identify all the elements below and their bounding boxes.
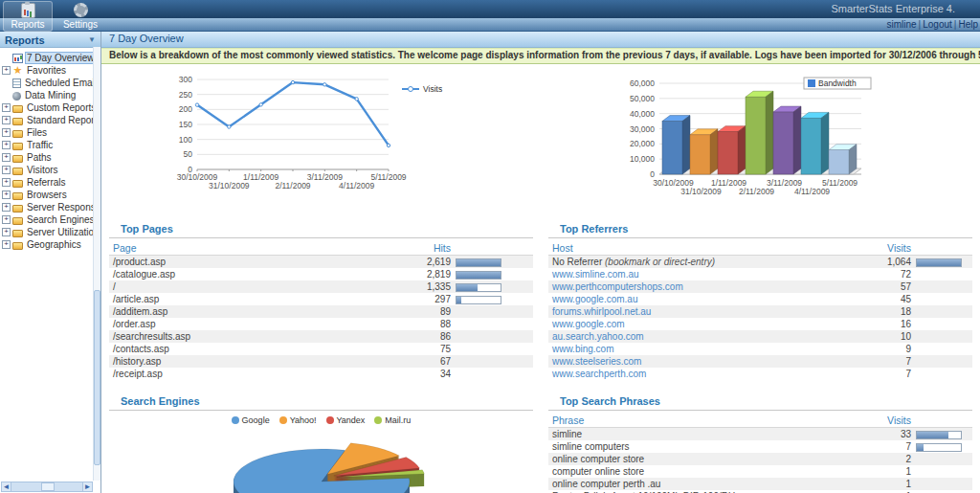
expand-plus-icon[interactable]: +: [2, 240, 11, 249]
panel-title: Search Engines: [109, 393, 533, 411]
svg-text:4/11/2009: 4/11/2009: [794, 187, 830, 196]
panel-title: Top Referrers: [548, 221, 972, 238]
sidebar-item-browsers[interactable]: +Browsers: [2, 189, 100, 201]
username: simline: [886, 19, 916, 30]
folder-icon: [12, 180, 23, 188]
tab-settings[interactable]: Settings: [56, 1, 105, 32]
table-row-link[interactable]: www.simline.com.au: [548, 269, 844, 280]
logout-link[interactable]: Logout: [923, 19, 952, 30]
main-content: 7 Day Overview Below is a breakdown of t…: [101, 32, 980, 493]
sidebar-item-custom-reports[interactable]: +Custom Reports: [2, 101, 100, 114]
sidebar-item-geographics[interactable]: +Geographics: [2, 238, 100, 251]
scrollbar-track[interactable]: [11, 482, 82, 492]
sidebar-item-label: 7 Day Overview: [26, 53, 96, 63]
top-referrers-panel: Top Referrers Host Visits No Referrer (b…: [541, 221, 980, 380]
legend-dot: [374, 416, 382, 424]
sidebar-item-label: Server Utilization: [26, 227, 100, 237]
sidebar-item-label: Data Mining: [24, 90, 77, 101]
sidebar-item-referrals[interactable]: +Referrals: [2, 176, 100, 189]
expand-plus-icon[interactable]: +: [2, 215, 11, 224]
expand-plus-icon[interactable]: +: [2, 166, 11, 174]
sidebar-item-7-day-overview[interactable]: 7 Day Overview: [2, 52, 100, 64]
expand-plus-icon[interactable]: +: [2, 203, 11, 212]
sidebar-vertical-scrollbar[interactable]: [93, 47, 100, 481]
sidebar-item-label: Visitors: [26, 165, 59, 175]
column-header: Visits: [844, 415, 911, 426]
scroll-left-arrow[interactable]: ◄: [1, 482, 11, 492]
table-row-link[interactable]: www.perthcomputershops.com: [548, 281, 844, 292]
folder-icon: [12, 230, 23, 237]
link-separator: |: [919, 19, 922, 30]
svg-text:5/11/2009: 5/11/2009: [370, 172, 406, 182]
table-row: simline computers7: [548, 440, 972, 453]
expand-plus-icon[interactable]: +: [2, 153, 11, 162]
help-link[interactable]: Help: [958, 19, 978, 30]
visits-chart-panel: 05010015020025030030/10/200931/10/20091/…: [101, 72, 541, 215]
tab-reports[interactable]: Reports: [3, 1, 53, 32]
sidebar-item-server-responses[interactable]: +Server Responses: [2, 201, 100, 213]
scroll-right-arrow[interactable]: ►: [82, 482, 93, 492]
sidebar-item-data-mining[interactable]: Data Mining: [2, 89, 100, 101]
table-row: /history.asp67: [109, 355, 533, 368]
expand-plus-icon[interactable]: +: [2, 66, 11, 75]
table-row-value: 75: [384, 344, 451, 354]
table-row-link[interactable]: forums.whirlpool.net.au: [548, 306, 844, 317]
expand-plus-icon[interactable]: +: [2, 228, 11, 236]
table-row-link[interactable]: www.google.com.au: [548, 294, 844, 304]
panel-title: Top Search Phrases: [548, 393, 972, 411]
gear-icon: [74, 3, 88, 17]
table-row-value: 45: [844, 294, 911, 304]
gauge-slot: [451, 294, 506, 304]
bandwidth-chart-panel: 010,00020,00030,00040,00050,00060,00030/…: [541, 72, 980, 215]
expand-plus-icon[interactable]: +: [2, 116, 11, 124]
gauge-slot: [451, 257, 506, 267]
table-row-link[interactable]: www.steelseries.com: [548, 356, 844, 367]
table-row-label: computer online store: [548, 466, 844, 477]
table-row-link[interactable]: www.google.com: [548, 319, 844, 329]
expand-plus-icon[interactable]: +: [2, 190, 11, 199]
folder-icon: [12, 192, 23, 200]
table-row-link[interactable]: www.searchperth.com: [548, 369, 844, 379]
expand-plus-icon[interactable]: +: [2, 103, 11, 112]
sidebar-item-standard-reports[interactable]: +Standard Reports: [2, 114, 100, 126]
sidebar-item-server-utilization[interactable]: +Server Utilization: [2, 226, 100, 238]
table-row: /searchresults.asp86: [109, 330, 533, 343]
svg-text:2/11/2009: 2/11/2009: [739, 187, 774, 196]
table-row-value: 2,819: [384, 269, 451, 280]
sidebar-horizontal-scrollbar[interactable]: ◄ ►: [1, 482, 93, 492]
table-row-label: online computer perth .au: [548, 479, 844, 489]
expand-plus-icon[interactable]: +: [2, 128, 11, 137]
table-row-value: 2,619: [384, 257, 451, 267]
sidebar-item-traffic[interactable]: +Traffic: [2, 139, 100, 151]
sidebar-item-label: Favorites: [26, 65, 67, 76]
expand-plus-icon[interactable]: +: [2, 141, 11, 149]
sidebar-header[interactable]: Reports ▼: [0, 32, 100, 48]
chevron-down-icon[interactable]: ▼: [88, 35, 96, 44]
expand-plus-icon[interactable]: +: [2, 178, 11, 187]
svg-text:40,000: 40,000: [630, 109, 655, 119]
table-row-label: simline: [548, 429, 844, 439]
table-row: www.simline.com.au72: [548, 268, 972, 280]
scrollbar-thumb[interactable]: [94, 290, 100, 465]
table-row-link[interactable]: www.bing.com: [548, 344, 844, 354]
table-row-link[interactable]: au.search.yahoo.com: [548, 331, 844, 342]
tree-spacer: [2, 78, 11, 87]
svg-text:200: 200: [179, 104, 192, 114]
svg-text:3/11/2009: 3/11/2009: [307, 172, 343, 182]
svg-text:150: 150: [179, 120, 192, 129]
sidebar-item-files[interactable]: +Files: [2, 126, 100, 139]
column-header: Visits: [844, 242, 911, 254]
sidebar-item-paths[interactable]: +Paths: [2, 151, 100, 164]
legend-dot: [232, 416, 239, 424]
sidebar-item-scheduled-email-reports[interactable]: Scheduled Email Reports: [2, 77, 100, 89]
sidebar-item-favorites[interactable]: +★Favorites: [2, 64, 100, 77]
svg-text:20,000: 20,000: [630, 139, 655, 148]
folder-icon: [12, 242, 23, 250]
legend-item-mail-ru: Mail.ru: [374, 415, 411, 425]
table-row-label: /: [109, 281, 384, 292]
svg-text:10,000: 10,000: [630, 154, 655, 164]
scrollbar-thumb[interactable]: [41, 482, 55, 491]
table-row: www.bing.com9: [548, 343, 972, 355]
sidebar-item-visitors[interactable]: +Visitors: [2, 164, 100, 176]
sidebar-item-search-engines[interactable]: +Search Engines: [2, 213, 100, 226]
